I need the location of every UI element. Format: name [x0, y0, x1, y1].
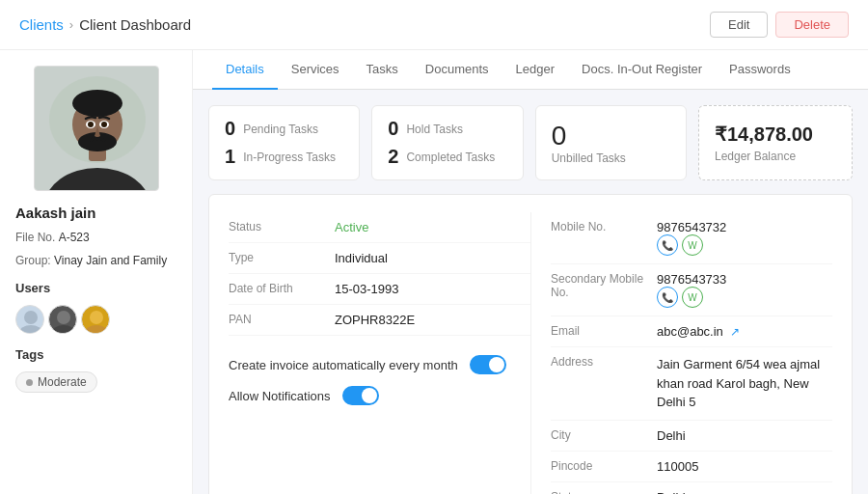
user-avatar-1 — [15, 305, 44, 334]
pincode-val: 110005 — [657, 459, 698, 474]
details-right-col: Mobile No. 9876543732 📞 W Secondary Mobi… — [530, 212, 832, 494]
toggle-invoice[interactable] — [470, 355, 506, 374]
svg-point-12 — [19, 325, 42, 334]
stat-card-ledger: ₹14,878.00 Ledger Balance — [698, 105, 853, 180]
users-label: Users — [15, 281, 176, 295]
phone-icon[interactable]: 📞 — [657, 234, 678, 256]
inprogress-tasks-num: 1 — [225, 146, 235, 168]
tag-item: Moderate — [15, 371, 176, 393]
city-val: Delhi — [657, 428, 686, 443]
completed-tasks-num: 2 — [388, 146, 398, 168]
delete-button[interactable]: Delete — [775, 12, 849, 38]
tags-label: Tags — [15, 347, 176, 362]
toggle-notifications-row: Allow Notifications — [229, 380, 530, 411]
breadcrumb-current: Client Dashboard — [79, 16, 191, 33]
group-value: Vinay Jain and Family — [54, 254, 167, 267]
tab-ledger[interactable]: Ledger — [502, 50, 568, 90]
pending-tasks-label: Pending Tasks — [243, 123, 318, 136]
left-panel: Aakash jain File No. A-523 Group: Vinay … — [0, 50, 193, 494]
pincode-key: Pincode — [551, 459, 657, 473]
detail-pincode: Pincode 110005 — [551, 452, 832, 482]
detail-mobile: Mobile No. 9876543732 📞 W — [551, 212, 832, 264]
dob-key: Date of Birth — [229, 282, 335, 295]
pending-tasks-num: 0 — [225, 118, 235, 140]
ledger-label: Ledger Balance — [715, 150, 836, 163]
tag-value: Moderate — [38, 375, 87, 389]
svg-point-14 — [52, 325, 75, 334]
completed-tasks-label: Completed Tasks — [406, 151, 495, 164]
mobile-phone-icons: 📞 W — [657, 234, 726, 256]
svg-point-13 — [57, 311, 70, 324]
stat-card-hold-completed: 0 Hold Tasks 2 Completed Tasks — [371, 105, 523, 180]
secondary-mobile-val: 9876543733 📞 W — [657, 272, 726, 308]
details-left-col: Status Active Type Individual Date of Bi… — [229, 212, 530, 494]
stat-card-unbilled: 0 Unbilled Tasks — [535, 105, 687, 180]
inprogress-tasks-label: In-Progress Tasks — [243, 151, 336, 164]
file-no: File No. A-523 — [15, 231, 176, 244]
detail-secondary-mobile: Secondary MobileNo. 9876543733 📞 W — [551, 264, 832, 316]
type-val: Individual — [335, 251, 388, 265]
state-val: Delhi — [657, 490, 686, 495]
details-card: Status Active Type Individual Date of Bi… — [208, 194, 853, 494]
detail-city: City Delhi — [551, 421, 832, 452]
whatsapp-icon[interactable]: W — [682, 234, 703, 256]
tab-passwords[interactable]: Passwords — [716, 50, 804, 90]
dob-val: 15-03-1993 — [335, 282, 399, 296]
email-key: Email — [551, 324, 657, 338]
type-key: Type — [229, 251, 335, 264]
tab-documents[interactable]: Documents — [412, 50, 502, 90]
breadcrumb-separator: › — [69, 17, 73, 32]
toggles-section: Create invoice automatically every month… — [229, 336, 530, 411]
secondary-mobile-key: Secondary MobileNo. — [551, 272, 657, 299]
edit-button[interactable]: Edit — [710, 12, 768, 38]
external-link-icon[interactable]: ↗ — [730, 325, 740, 339]
user-avatar-2 — [48, 305, 77, 334]
tab-services[interactable]: Services — [278, 50, 353, 90]
tab-docs-inout[interactable]: Docs. In-Out Register — [568, 50, 716, 90]
ledger-amount: ₹14,878.00 — [715, 123, 836, 146]
city-key: City — [551, 428, 657, 442]
mobile-key: Mobile No. — [551, 220, 657, 233]
details-grid: Status Active Type Individual Date of Bi… — [229, 212, 832, 494]
tab-content: 0 Pending Tasks 1 In-Progress Tasks 0 Ho… — [193, 90, 868, 494]
mobile-val: 9876543732 📞 W — [657, 220, 726, 256]
user-avatar-3 — [81, 305, 110, 334]
tab-details[interactable]: Details — [212, 50, 278, 90]
detail-dob: Date of Birth 15-03-1993 — [229, 274, 530, 305]
email-val: abc@abc.in ↗ — [657, 324, 740, 339]
secondary-phone-icons: 📞 W — [657, 287, 726, 308]
main-content: Aakash jain File No. A-523 Group: Vinay … — [0, 50, 868, 494]
address-key: Address — [551, 355, 657, 369]
unbilled-tasks-num: 0 — [552, 121, 567, 151]
top-bar: Clients › Client Dashboard Edit Delete — [0, 0, 868, 50]
breadcrumb: Clients › Client Dashboard — [19, 16, 191, 33]
detail-type: Type Individual — [229, 243, 530, 274]
detail-email: Email abc@abc.in ↗ — [551, 316, 832, 347]
hold-tasks-num: 0 — [388, 118, 398, 140]
tab-tasks[interactable]: Tasks — [353, 50, 412, 90]
top-actions: Edit Delete — [710, 12, 849, 38]
client-name: Aakash jain — [15, 205, 176, 221]
svg-point-8 — [88, 122, 94, 127]
hold-tasks-label: Hold Tasks — [406, 123, 462, 136]
svg-point-15 — [90, 311, 103, 324]
right-panel: Details Services Tasks Documents Ledger … — [193, 50, 868, 494]
users-row — [15, 305, 176, 334]
address-val: Jain Garment 6/54 wea ajmal khan road Ka… — [657, 355, 832, 412]
toggle-notifications-label: Allow Notifications — [229, 389, 331, 403]
pan-key: PAN — [229, 313, 335, 326]
tabs-bar: Details Services Tasks Documents Ledger … — [193, 50, 868, 90]
secondary-whatsapp-icon[interactable]: W — [682, 287, 703, 308]
detail-pan: PAN ZOPHR8322E — [229, 305, 530, 336]
group-info: Group: Vinay Jain and Family — [15, 254, 176, 267]
svg-point-5 — [72, 90, 122, 117]
file-no-value: A-523 — [59, 231, 90, 244]
svg-point-16 — [85, 325, 108, 334]
breadcrumb-clients-link[interactable]: Clients — [19, 16, 64, 33]
toggle-notifications[interactable] — [342, 386, 379, 405]
secondary-phone-icon[interactable]: 📞 — [657, 287, 678, 308]
avatar — [34, 66, 159, 191]
tag-dot — [26, 379, 33, 386]
svg-point-10 — [101, 122, 107, 127]
pan-val: ZOPHR8322E — [335, 313, 415, 327]
